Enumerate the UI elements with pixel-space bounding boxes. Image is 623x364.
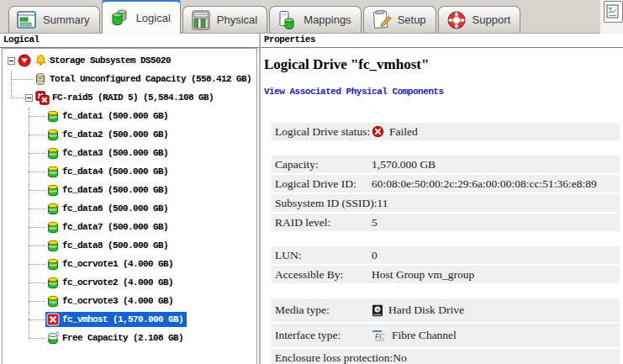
- logical-pane: Logical Storage Subsystem DS5020Total Un…: [0, 34, 259, 364]
- property-row: LUN:0: [272, 246, 620, 264]
- tree-item[interactable]: FC-raid5 (RAID 5) (5,584.108 GB): [3, 88, 256, 107]
- logical-drive-icon: [46, 183, 60, 197]
- hdd-icon: [372, 304, 383, 317]
- tab-label: Logical: [136, 12, 171, 24]
- setup-icon: [371, 9, 393, 31]
- tree-item-content: Storage Subsystem DS5020: [17, 53, 173, 68]
- tree-connector: [11, 79, 33, 80]
- property-row: RAID level:5: [272, 214, 620, 231]
- tree-expander-minus[interactable]: [8, 57, 15, 65]
- tree-item-label: fc_data6 (500.000 GB): [62, 203, 168, 214]
- property-group: Capacity:1,570.000 GBLogical Drive ID:60…: [272, 156, 620, 231]
- tree-expander-minus[interactable]: [25, 94, 33, 102]
- attention-circle-icon: [18, 54, 31, 67]
- tree-item[interactable]: fc_data4 (500.000 GB): [3, 162, 256, 181]
- property-value: Host Group vm_group: [372, 268, 474, 282]
- storage-manager-window: SummaryLogicalPhysicalMappingsSetupSuppo…: [0, 0, 623, 364]
- view-associated-physical-components-link[interactable]: View Associated Physical Components: [264, 87, 444, 97]
- tree-item-content: fc_ocrvote3 (4.000 GB): [45, 293, 176, 309]
- tree-item[interactable]: Free Capacity (2.108 GB): [3, 329, 256, 347]
- property-row: Interface type:FCFibre Channel: [272, 324, 620, 347]
- logical-drive-icon: [46, 202, 60, 215]
- failed-status-icon: [372, 125, 384, 138]
- property-label: Interface type:: [275, 329, 372, 342]
- tree-item-content: Total Unconfigured Capacity (558.412 GB): [33, 71, 254, 87]
- tree-item-label: Total Unconfigured Capacity (558.412 GB): [50, 74, 251, 84]
- property-label: Accessible By:: [275, 268, 372, 282]
- tree-item[interactable]: fc_data8 (500.000 GB): [3, 236, 256, 255]
- tree-item-content: fc_data3 (500.000 GB): [45, 145, 171, 161]
- property-row: Media type:Hard Disk Drive: [272, 298, 620, 322]
- tree-item[interactable]: Total Unconfigured Capacity (558.412 GB): [3, 70, 256, 88]
- property-value: No: [393, 351, 407, 364]
- tree-item-content: fc_data8 (500.000 GB): [45, 238, 171, 253]
- property-list: Logical Drive status:FailedCapacity:1,57…: [272, 123, 620, 364]
- logical-drive-icon: [46, 220, 60, 234]
- property-label: Logical Drive ID:: [275, 177, 372, 191]
- tab-logical[interactable]: Logical: [102, 0, 181, 34]
- tree-connector: [29, 190, 45, 191]
- tree-item-label: Free Capacity (2.108 GB): [62, 333, 183, 343]
- tree-item-content: fc_ocrvote2 (4.000 GB): [45, 275, 176, 290]
- property-row: Subsystem ID (SSID):11: [272, 194, 620, 212]
- tab-mappings[interactable]: Mappings: [269, 6, 361, 33]
- tree-item-content: FC-raid5 (RAID 5) (5,584.108 GB): [34, 90, 216, 106]
- unconfigured-capacity-icon: [34, 72, 47, 86]
- property-row: Enclosure loss protection:No: [272, 349, 620, 364]
- property-group: Media type:Hard Disk DriveInterface type…: [272, 298, 620, 364]
- tree-item-label: fc_data5 (500.000 GB): [62, 185, 168, 195]
- tab-setup[interactable]: Setup: [363, 6, 436, 33]
- tree-connector: [29, 116, 45, 117]
- tree-item[interactable]: fc_data2 (500.000 GB): [3, 125, 256, 144]
- tree-item[interactable]: fc_data1 (500.000 GB): [3, 107, 256, 125]
- tree-item-label: fc_data3 (500.000 GB): [62, 148, 168, 158]
- svg-text:FC: FC: [374, 332, 384, 340]
- tree-connector: [29, 264, 45, 265]
- property-value-text: 60:08:0e:50:00:2c:29:6a:00:00:08:cc:51:3…: [372, 177, 597, 191]
- tab-physical[interactable]: Physical: [182, 6, 267, 33]
- tab-label: Setup: [398, 13, 426, 26]
- property-value: 60:08:0e:50:00:2c:29:6a:00:00:08:cc:51:3…: [372, 177, 597, 191]
- logical-drive-icon: [46, 276, 60, 289]
- property-value-text: 0: [372, 249, 377, 262]
- tree-connector: [29, 208, 45, 209]
- property-label: Media type:: [275, 303, 372, 317]
- tab-summary[interactable]: Summary: [8, 6, 100, 33]
- tree-item-content: fc_data6 (500.000 GB): [45, 201, 171, 216]
- logical-drive-icon: [46, 109, 60, 123]
- page-title: Logical Drive "fc_vmhost": [264, 56, 623, 73]
- tree-item[interactable]: fc_data7 (500.000 GB): [3, 218, 256, 236]
- tree-item-label: fc_ocrvote1 (4.000 GB): [62, 259, 173, 269]
- property-label: LUN:: [275, 249, 372, 262]
- tree-item-label: Storage Subsystem DS5020: [50, 55, 171, 66]
- properties-pane: Properties Logical Drive "fc_vmhost" Vie…: [261, 34, 623, 364]
- property-label: Capacity:: [275, 158, 372, 171]
- tree-item[interactable]: fc_data6 (500.000 GB): [3, 199, 256, 218]
- tree-item-selected-content: fc_vmhost (1,570.000 GB): [45, 312, 187, 327]
- properties-body: Logical Drive "fc_vmhost" View Associate…: [261, 48, 623, 364]
- property-row: Accessible By:Host Group vm_group: [272, 266, 620, 283]
- free-capacity-icon: [46, 331, 60, 345]
- property-value-text: 5: [372, 216, 377, 229]
- tree-item-label: FC-raid5 (RAID 5) (5,584.108 GB): [52, 92, 214, 103]
- tree-connector: [29, 171, 45, 172]
- tree-item[interactable]: fc_data3 (500.000 GB): [3, 144, 256, 162]
- tree-item[interactable]: Storage Subsystem DS5020: [3, 51, 256, 70]
- tree-item-content: fc_data1 (500.000 GB): [45, 108, 171, 124]
- tree-item[interactable]: fc_ocrvote1 (4.000 GB): [3, 255, 256, 273]
- tree-item[interactable]: fc_ocrvote3 (4.000 GB): [3, 292, 256, 310]
- tree-item-content: fc_data4 (500.000 GB): [45, 164, 171, 179]
- tab-support[interactable]: Support: [438, 6, 521, 33]
- report-view-button[interactable]: [604, 1, 623, 23]
- logical-drive-icon: [46, 146, 60, 160]
- tree-item-content: fc_data7 (500.000 GB): [45, 219, 171, 235]
- tree-item[interactable]: fc_ocrvote2 (4.000 GB): [3, 273, 256, 292]
- tree-item[interactable]: fc_vmhost (1,570.000 GB): [3, 310, 256, 329]
- tree-item-content: fc_data5 (500.000 GB): [45, 182, 171, 198]
- property-row: Capacity:1,570.000 GB: [272, 156, 620, 173]
- property-value: 11: [377, 197, 388, 210]
- tab-bar: SummaryLogicalPhysicalMappingsSetupSuppo…: [0, 0, 623, 34]
- tree-connector: [29, 153, 45, 154]
- property-value-text: Host Group vm_group: [372, 268, 474, 282]
- tree-item[interactable]: fc_data5 (500.000 GB): [3, 181, 256, 199]
